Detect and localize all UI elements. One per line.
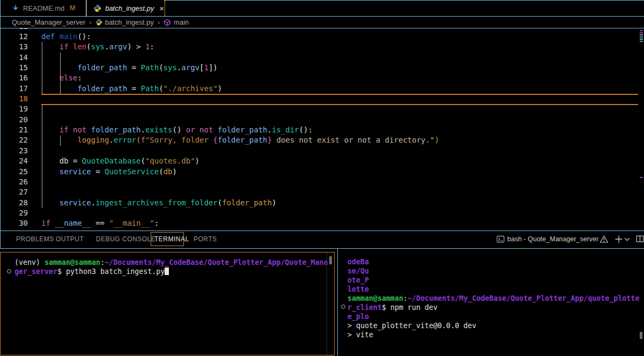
line-number: 13 — [0, 42, 28, 52]
indent-guide — [42, 42, 42, 94]
panel-tab-terminal[interactable]: TERMINAL — [154, 235, 189, 243]
code-line: service = QuoteService(db) — [41, 167, 177, 177]
panel-tab-problems[interactable]: PROBLEMS — [16, 235, 54, 243]
terminal-line: se/Qu — [347, 266, 369, 276]
line-number: 25 — [0, 167, 28, 177]
breadcrumb: Quote_Manager_server › batch_ingest.py ›… — [12, 17, 189, 28]
terminal-line: (venv) samman@samman:~/Documents/My_Code… — [14, 258, 328, 267]
symbol-cube-icon — [164, 19, 171, 26]
terminal-session-title[interactable]: bash - Quote_Manager_server — [507, 235, 596, 243]
line-number: 27 — [0, 187, 28, 197]
terminal-line: lotte — [347, 285, 369, 294]
code-line: def main(): — [41, 32, 91, 42]
git-modified-badge: M — [70, 4, 75, 12]
scrollbar-track — [327, 253, 327, 355]
dropdown-chevron-icon[interactable] — [624, 238, 630, 242]
terminal-cursor — [165, 268, 169, 275]
markdown-icon — [12, 4, 19, 12]
line-number: 17 — [0, 84, 28, 94]
code-line: if len(sys.argv) > 1: — [41, 42, 154, 52]
line-number: 15 — [0, 63, 28, 73]
code-line: folder_path = Path("./archives") — [41, 84, 222, 94]
line-number: 24 — [0, 156, 28, 166]
scrollbar-thumb[interactable] — [640, 332, 642, 339]
panel-tab-ports[interactable]: PORTS — [194, 235, 217, 243]
chevron-right-icon: › — [158, 18, 160, 26]
line-number: 14 — [0, 53, 28, 63]
command-decoration-icon[interactable] — [341, 305, 345, 309]
terminal-line: odeBa — [347, 257, 369, 266]
terminal-pane-right[interactable]: odeBase/Quote_Plottesamman@samman:~/Docu… — [338, 249, 644, 356]
close-icon[interactable]: × — [159, 4, 164, 13]
vscode-window: README.md M batch_ingest.py × Quote_Mana… — [0, 0, 644, 356]
terminal-line: > vite — [347, 330, 373, 339]
code-line: main() — [41, 229, 86, 231]
line-number: 19 — [0, 104, 28, 114]
code-line: if not folder_path.exists() or not folde… — [41, 125, 313, 135]
indent-guide — [60, 53, 61, 94]
indent-guide — [42, 105, 42, 209]
scrollbar-thumb[interactable] — [329, 256, 332, 264]
code-line: service.ingest_archives_from_folder(fold… — [41, 198, 276, 208]
tab-batch-ingest-label: batch_ingest.py — [105, 4, 154, 12]
split-terminal-icon[interactable] — [636, 235, 644, 243]
terminal-line: > quote_plotter_vite@0.0.0 dev — [347, 321, 476, 330]
minimap[interactable] — [640, 28, 644, 231]
code-line: else: — [41, 73, 82, 83]
code-line: folder_path = Path(sys.argv[1]) — [41, 63, 218, 73]
warning-icon[interactable] — [599, 235, 609, 243]
terminal-line: ote_P — [347, 276, 369, 285]
line-number: 31 — [0, 229, 28, 231]
command-decoration-icon[interactable] — [7, 269, 11, 273]
tab-readme[interactable]: README.md M — [1, 0, 86, 16]
new-terminal-icon[interactable] — [615, 235, 623, 243]
python-icon — [93, 4, 101, 12]
breadcrumb-folder[interactable]: Quote_Manager_server — [12, 18, 85, 26]
code-line: db = QuoteDatabase("quotes.db") — [41, 156, 199, 166]
panel-tab-output[interactable]: OUTPUT — [56, 235, 84, 243]
current-line-border-bottom — [41, 104, 638, 105]
line-number: 23 — [0, 146, 28, 156]
line-number: 21 — [0, 125, 28, 135]
code-line: if __name__ == "__main__": — [41, 218, 159, 228]
line-number: 18 — [0, 94, 28, 104]
line-number: 12 — [0, 32, 28, 42]
line-number: 22 — [0, 135, 28, 145]
terminal-line: r_client$ npm run dev — [347, 303, 438, 312]
current-line-border-top — [41, 94, 638, 95]
terminal-icon — [497, 235, 505, 243]
line-number: 20 — [0, 115, 28, 125]
python-icon — [95, 19, 102, 26]
terminal-line: ger_server$ python3 batch_ingest.py — [14, 267, 169, 276]
chevron-right-icon: › — [89, 18, 91, 26]
panel-top-border — [0, 231, 644, 231]
tab-batch-ingest[interactable]: batch_ingest.py × — [87, 0, 164, 16]
indent-guide — [60, 136, 61, 146]
breadcrumb-symbol[interactable]: main — [174, 18, 189, 26]
terminal-line: e_plo — [347, 312, 369, 321]
code-line: logging.error(f"Sorry, folder {folder_pa… — [41, 135, 439, 145]
terminal-line: samman@samman:~/Documents/My_CodeBase/Qu… — [347, 294, 639, 303]
breadcrumb-file[interactable]: batch_ingest.py — [105, 18, 154, 26]
line-number: 28 — [0, 198, 28, 208]
line-number: 29 — [0, 208, 28, 218]
line-number: 16 — [0, 73, 28, 83]
line-number: 26 — [0, 177, 28, 187]
tab-readme-label: README.md — [23, 4, 64, 12]
line-number: 30 — [0, 218, 28, 228]
terminal-pane-left[interactable]: (venv) samman@samman:~/Documents/My_Code… — [0, 252, 335, 355]
panel-tab-debug-console[interactable]: DEBUG CONSOLE — [96, 235, 156, 243]
code-editor[interactable]: 1112131415161718192021222324252627282930… — [0, 28, 644, 231]
